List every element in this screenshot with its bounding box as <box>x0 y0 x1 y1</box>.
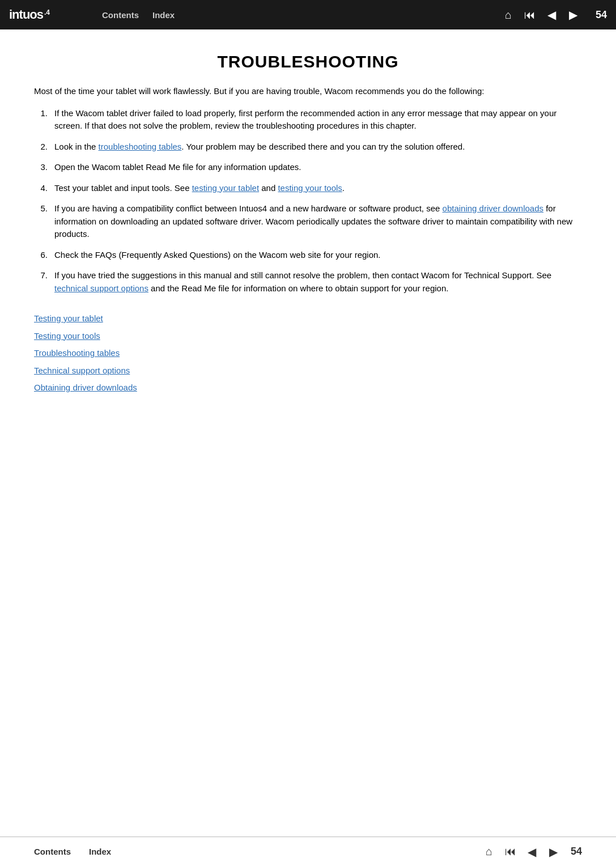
prev-page-icon[interactable]: ◀ <box>542 6 560 24</box>
page-title: TROUBLESHOOTING <box>34 52 582 71</box>
list-number: 4. <box>34 182 48 195</box>
list-item: 2. Look in the troubleshooting tables. Y… <box>34 141 582 154</box>
list-number: 5. <box>34 202 48 241</box>
testing-your-tablet-link[interactable]: Testing your tablet <box>34 311 582 327</box>
list-item: 3. Open the Wacom tablet Read Me file fo… <box>34 161 582 174</box>
main-content: TROUBLESHOOTING Most of the time your ta… <box>0 29 616 419</box>
technical-support-options-link[interactable]: Technical support options <box>34 363 582 379</box>
bottom-contents-link[interactable]: Contents <box>34 847 71 856</box>
bottom-prev-page-icon[interactable]: ◀ <box>523 843 541 861</box>
bottom-page-number: 54 <box>571 846 582 857</box>
testing-your-tablet-link-inline[interactable]: testing your tablet <box>192 183 259 193</box>
list-number: 2. <box>34 141 48 154</box>
troubleshooting-tables-link[interactable]: Troubleshooting tables <box>34 345 582 362</box>
links-section: Testing your tablet Testing your tools T… <box>34 311 582 396</box>
list-text: Look in the troubleshooting tables. Your… <box>54 141 582 154</box>
logo-text: intuos <box>9 7 43 22</box>
logo-sub: .4 <box>44 9 50 16</box>
bottom-next-page-icon[interactable]: ▶ <box>545 843 563 861</box>
list-text: Open the Wacom tablet Read Me file for a… <box>54 161 582 174</box>
bottom-home-icon[interactable]: ⌂ <box>480 843 498 861</box>
list-text: Check the FAQs (Frequently Asked Questio… <box>54 249 582 262</box>
home-icon[interactable]: ⌂ <box>499 6 517 24</box>
logo: intuos.4 <box>9 7 88 22</box>
list-item: 1. If the Wacom tablet driver failed to … <box>34 107 582 133</box>
intro-paragraph: Most of the time your tablet will work f… <box>34 85 582 98</box>
top-page-number: 54 <box>590 9 607 21</box>
top-nav-icons: ⌂ ⏮ ◀ ▶ 54 <box>499 6 607 24</box>
list-number: 7. <box>34 269 48 295</box>
list-text: If you have tried the suggestions in thi… <box>54 269 582 295</box>
list-number: 6. <box>34 249 48 262</box>
list-text: Test your tablet and input tools. See te… <box>54 182 582 195</box>
steps-list: 1. If the Wacom tablet driver failed to … <box>34 107 582 295</box>
troubleshooting-tables-link-inline[interactable]: troubleshooting tables <box>99 142 182 151</box>
first-page-icon[interactable]: ⏮ <box>521 6 539 24</box>
next-page-icon[interactable]: ▶ <box>564 6 582 24</box>
testing-your-tools-link[interactable]: Testing your tools <box>34 328 582 345</box>
list-item: 5. If you are having a compatibility con… <box>34 202 582 241</box>
list-number: 1. <box>34 107 48 133</box>
top-navigation-bar: intuos.4 Contents Index ⌂ ⏮ ◀ ▶ 54 <box>0 0 616 29</box>
top-index-link[interactable]: Index <box>152 10 175 20</box>
obtaining-driver-downloads-link[interactable]: Obtaining driver downloads <box>34 380 582 396</box>
top-contents-link[interactable]: Contents <box>102 10 139 20</box>
list-text: If you are having a compatibility confli… <box>54 202 582 241</box>
list-item: 7. If you have tried the suggestions in … <box>34 269 582 295</box>
list-item: 6. Check the FAQs (Frequently Asked Ques… <box>34 249 582 262</box>
list-item: 4. Test your tablet and input tools. See… <box>34 182 582 195</box>
bottom-index-link[interactable]: Index <box>89 847 111 856</box>
bottom-nav-icons: ⌂ ⏮ ◀ ▶ 54 <box>480 843 582 861</box>
bottom-first-page-icon[interactable]: ⏮ <box>502 843 520 861</box>
list-text: If the Wacom tablet driver failed to loa… <box>54 107 582 133</box>
bottom-navigation-bar: Contents Index ⌂ ⏮ ◀ ▶ 54 <box>0 837 616 866</box>
obtaining-driver-downloads-link-inline[interactable]: obtaining driver downloads <box>443 203 543 213</box>
testing-your-tools-link-inline[interactable]: testing your tools <box>278 183 342 193</box>
technical-support-options-link-inline[interactable]: technical support options <box>54 283 148 293</box>
list-number: 3. <box>34 161 48 174</box>
